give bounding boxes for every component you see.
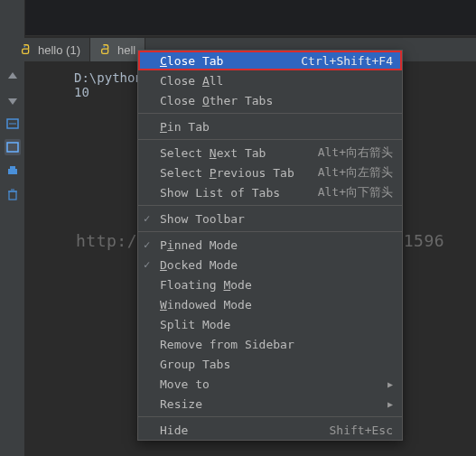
menu-item-label: Group Tabs	[160, 358, 230, 371]
menu-item-pin-tab[interactable]: Pin Tab	[138, 116, 402, 136]
menu-shortcut: Alt+向下箭头	[318, 184, 393, 200]
submenu-arrow-icon: ▶	[387, 379, 393, 389]
menu-item-close-all[interactable]: Close All	[138, 70, 402, 90]
menu-item-select-previous-tab[interactable]: Select Previous TabAlt+向左箭头	[138, 163, 402, 182]
wrap-icon[interactable]	[5, 116, 21, 132]
svg-rect-3	[10, 166, 15, 170]
check-icon: ✓	[144, 258, 150, 271]
menu-item-close-tab[interactable]: Close TabCtrl+Shift+F4	[138, 51, 402, 70]
line-number	[38, 70, 54, 85]
menu-item-windowed-mode[interactable]: Windowed Mode	[138, 294, 402, 314]
tab-context-menu: Close TabCtrl+Shift+F4Close AllClose Oth…	[137, 50, 403, 441]
arrow-down-icon[interactable]	[5, 92, 21, 108]
svg-rect-4	[9, 191, 16, 200]
print-icon[interactable]	[5, 163, 21, 179]
tab-label: hell	[117, 43, 135, 57]
menu-separator	[138, 113, 402, 114]
menu-item-show-list-of-tabs[interactable]: Show List of TabsAlt+向下箭头	[138, 182, 402, 202]
trash-icon[interactable]	[5, 186, 21, 202]
menu-item-move-to[interactable]: Move to▶	[138, 374, 402, 394]
menu-item-label: Hide	[160, 423, 188, 437]
svg-point-6	[103, 46, 105, 48]
menu-item-label: Resize	[160, 397, 202, 411]
check-icon: ✓	[144, 238, 150, 251]
menu-item-label: Select Next Tab	[160, 146, 266, 160]
menu-item-label: Move to	[160, 377, 210, 391]
menu-separator	[138, 205, 402, 206]
menu-item-split-mode[interactable]: Split Mode	[138, 314, 402, 334]
menu-item-label: Pinned Mode	[160, 238, 238, 252]
menu-item-label: Docked Mode	[160, 258, 238, 272]
menu-shortcut: Alt+向左箭头	[318, 164, 393, 181]
menu-shortcut: Alt+向右箭头	[318, 144, 393, 161]
tab-label: hello (1)	[38, 43, 80, 57]
menu-item-label: Show List of Tabs	[160, 186, 280, 200]
python-file-icon	[99, 43, 112, 56]
menu-shortcut: Shift+Esc	[330, 423, 393, 437]
menu-item-resize[interactable]: Resize▶	[138, 394, 402, 414]
code-value: 10	[74, 85, 89, 99]
menu-separator	[138, 416, 402, 417]
menu-separator	[138, 231, 402, 232]
menu-item-show-toolbar[interactable]: ✓Show Toolbar	[138, 209, 402, 228]
menu-item-label: Split Mode	[160, 318, 230, 331]
title-bar-area	[25, 0, 476, 36]
svg-rect-1	[7, 143, 18, 152]
svg-point-5	[23, 46, 25, 48]
menu-item-label: Show Toolbar	[160, 212, 245, 226]
menu-item-label: Close All	[160, 74, 223, 88]
check-icon: ✓	[144, 212, 150, 225]
python-file-icon	[20, 43, 33, 56]
menu-item-close-other-tabs[interactable]: Close Other Tabs	[138, 90, 402, 110]
submenu-arrow-icon: ▶	[387, 399, 393, 409]
menu-item-group-tabs[interactable]: Group Tabs	[138, 354, 402, 374]
menu-item-label: Remove from Sidebar	[160, 338, 294, 351]
menu-item-label: Select Previous Tab	[160, 166, 294, 180]
menu-item-pinned-mode[interactable]: ✓Pinned Mode	[138, 235, 402, 255]
left-tool-strip	[0, 0, 25, 456]
menu-item-label: Floating Mode	[160, 278, 252, 292]
menu-item-remove-from-sidebar[interactable]: Remove from Sidebar	[138, 334, 402, 354]
soft-wrap-icon[interactable]	[5, 139, 21, 155]
menu-shortcut: Ctrl+Shift+F4	[301, 54, 393, 68]
menu-item-hide[interactable]: HideShift+Esc	[138, 420, 402, 440]
tab-hello-1[interactable]: hello (1)	[11, 38, 90, 61]
menu-item-label: Close Tab	[160, 54, 223, 68]
menu-item-select-next-tab[interactable]: Select Next TabAlt+向右箭头	[138, 143, 402, 163]
menu-item-label: Pin Tab	[160, 120, 210, 134]
arrow-up-icon[interactable]	[5, 69, 21, 85]
line-number	[38, 85, 54, 99]
menu-item-floating-mode[interactable]: Floating Mode	[138, 275, 402, 294]
menu-separator	[138, 139, 402, 140]
menu-item-label: Windowed Mode	[160, 298, 252, 312]
menu-item-label: Close Other Tabs	[160, 94, 273, 107]
menu-item-docked-mode[interactable]: ✓Docked Mode	[138, 255, 402, 275]
